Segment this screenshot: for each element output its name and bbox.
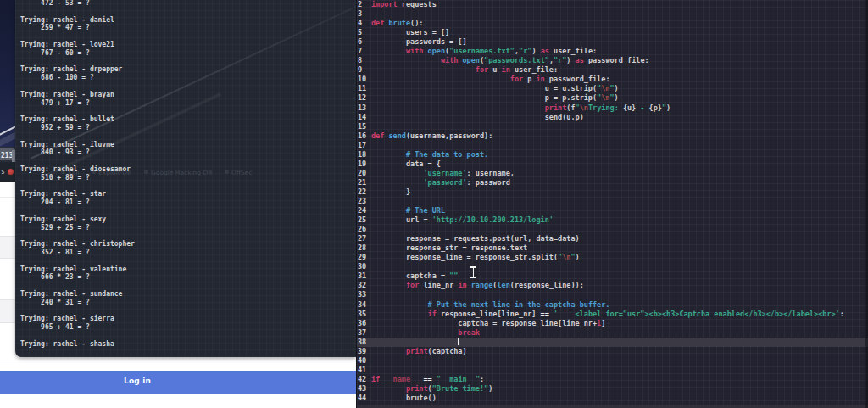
gutter-line-number: 38 [358, 338, 370, 347]
gutter-line-number: 3 [358, 9, 370, 19]
gutter-line-number: 42 [358, 375, 370, 384]
code-line[interactable]: captcha = response_line[line_nr+1] [371, 319, 844, 328]
code-line[interactable]: import requests [371, 0, 844, 9]
desktop-screen: 213/ s Log in Kali Exploit-DB Google Hac… [0, 0, 868, 408]
terminal-panel[interactable]: Kali Exploit-DB Google Hacking DB OffSec… [15, 0, 356, 357]
browser-bookmarks-bar[interactable]: s [0, 162, 15, 182]
code-line[interactable]: with open("usernames.txt","r") as user_f… [371, 47, 844, 56]
ghost-bookmark-label: Google Hacking DB [151, 169, 212, 176]
gutter-line-number: 24 [358, 206, 370, 215]
username-field-edge[interactable] [0, 236, 15, 259]
code-line[interactable]: # The URL [371, 206, 844, 215]
code-line[interactable]: } [371, 187, 844, 197]
code-line[interactable]: print("Brute time!") [371, 384, 844, 394]
code-line[interactable]: # Put the next line in the captcha buffe… [371, 300, 844, 310]
code-line[interactable] [371, 262, 844, 271]
url-field[interactable]: 213/ [0, 148, 15, 160]
code-line[interactable]: response_str = response.text [371, 243, 844, 253]
gutter-line-number: 2 [358, 0, 370, 9]
gutter-line-number: 32 [358, 281, 370, 290]
gutter-line-number: 41 [358, 366, 370, 375]
code-line[interactable] [371, 290, 844, 299]
gutter-line-number: 13 [358, 103, 370, 113]
gutter-line-number: 35 [358, 310, 370, 319]
code-line[interactable] [371, 197, 844, 206]
code-line[interactable]: data = { [371, 159, 844, 169]
gutter-line-number: 6 [358, 37, 370, 47]
editor-code-area[interactable]: import requestsdef brute(): users = [] p… [371, 0, 844, 403]
gutter-line-number: 33 [358, 290, 370, 299]
code-line[interactable]: passwords = [] [371, 37, 844, 47]
code-line[interactable] [371, 225, 844, 234]
code-line[interactable] [371, 141, 844, 150]
gutter-line-number: 30 [358, 262, 370, 271]
gutter-line-number: 17 [358, 141, 370, 150]
code-line[interactable]: response_line = response_str.split("\n") [371, 253, 844, 262]
code-line[interactable]: brute() [371, 394, 844, 403]
page-divider [0, 360, 356, 360]
gutter-line-number: 7 [358, 47, 370, 56]
code-line[interactable]: 'password': password [371, 178, 844, 187]
code-line[interactable]: url = 'http://10.10.200.213/login' [371, 215, 844, 225]
code-line[interactable]: for u in user_file: [371, 65, 844, 75]
code-line[interactable]: for p in password_file: [371, 75, 844, 84]
editor-scrollbar-track[interactable] [357, 405, 868, 408]
code-line[interactable]: print(captcha) [371, 347, 844, 356]
code-line[interactable] [371, 338, 844, 347]
ghost-bookmark-label: OffSec [231, 169, 253, 176]
bookmark-favicon-icon[interactable] [8, 169, 14, 175]
login-button[interactable]: Log in [0, 371, 356, 394]
code-line[interactable]: p = p.strip("\n") [371, 93, 844, 103]
bookmark-label-fragment: s [1, 168, 5, 176]
browser-url-bar[interactable]: 213/ [0, 147, 15, 162]
gutter-line-number: 19 [358, 159, 370, 169]
gutter-line-number: 5 [358, 28, 370, 37]
code-line[interactable]: print(f"\nTrying: {u} - {p}") [371, 103, 844, 113]
gutter-line-number: 14 [358, 113, 370, 122]
gutter-line-number: 44 [358, 394, 370, 403]
code-line[interactable]: u = u.strip("\n") [371, 84, 844, 93]
gutter-line-number: 9 [358, 65, 370, 75]
gutter-line-number: 22 [358, 187, 370, 197]
gutter-line-number: 25 [358, 215, 370, 225]
password-field-edge[interactable] [0, 299, 15, 323]
code-line[interactable]: response = requests.post(url, data=data) [371, 234, 844, 243]
text-caret [458, 338, 459, 345]
code-line[interactable]: 'username': username, [371, 169, 844, 178]
code-line[interactable]: users = [] [371, 28, 844, 37]
gutter-line-number: 43 [358, 384, 370, 394]
gutter-line-number: 10 [358, 75, 370, 84]
gutter-line-number: 37 [358, 328, 370, 338]
gutter-line-number: 36 [358, 319, 370, 328]
code-line[interactable] [371, 9, 844, 19]
code-line[interactable]: for line_nr in range(len(response_line))… [371, 281, 844, 290]
code-editor[interactable]: 2345678910111213141516171819202122232425… [356, 0, 868, 408]
line-number-gutter: 2345678910111213141516171819202122232425… [358, 0, 370, 403]
code-line[interactable]: with open("passwords.txt","r") as passwo… [371, 56, 844, 65]
gutter-line-number: 26 [358, 225, 370, 234]
code-line[interactable] [371, 122, 844, 131]
gutter-line-number: 8 [358, 56, 370, 65]
code-line[interactable]: def brute(): [371, 19, 844, 28]
gutter-line-number: 34 [358, 300, 370, 310]
ibeam-mouse-pointer [470, 266, 476, 278]
code-line[interactable]: send(u,p) [371, 113, 844, 122]
gutter-line-number: 23 [358, 197, 370, 206]
gutter-line-number: 28 [358, 243, 370, 253]
code-line[interactable]: captcha = "" [371, 271, 844, 281]
code-line[interactable]: def send(username,password): [371, 131, 844, 141]
gutter-line-number: 29 [358, 253, 370, 262]
login-button-label: Log in [124, 377, 151, 385]
gutter-line-number: 12 [358, 93, 370, 103]
code-line[interactable]: if __name__ == "__main__": [371, 375, 844, 384]
code-line[interactable]: # The data to post. [371, 150, 844, 159]
bookmark-dot-icon [225, 170, 229, 174]
code-line[interactable] [371, 356, 844, 366]
gutter-line-number: 27 [358, 234, 370, 243]
gutter-line-number: 4 [358, 19, 370, 28]
code-line[interactable]: break [371, 328, 844, 338]
code-line[interactable]: if response_line[line_nr] == ' <label fo… [371, 310, 844, 319]
code-line[interactable] [371, 366, 844, 375]
gutter-line-number: 31 [358, 271, 370, 281]
gutter-line-number: 20 [358, 169, 370, 178]
